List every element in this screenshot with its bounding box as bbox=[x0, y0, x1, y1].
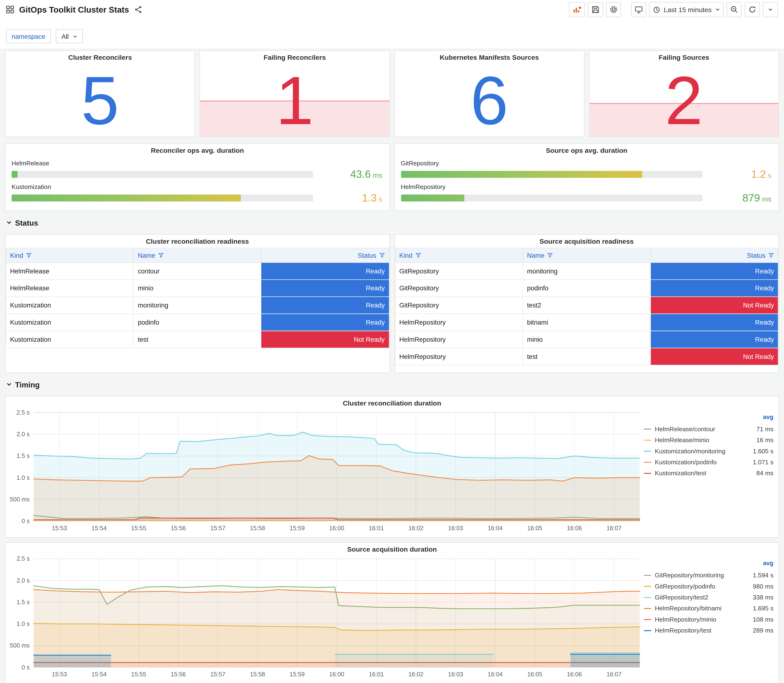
panel-title[interactable]: Failing Reconcilers bbox=[200, 51, 389, 64]
cell-status: Ready bbox=[651, 280, 778, 297]
svg-text:1.5 s: 1.5 s bbox=[17, 452, 30, 459]
svg-text:16:03: 16:03 bbox=[448, 525, 463, 531]
legend-item[interactable]: HelmRepository/bitnami1.695 s bbox=[644, 603, 774, 614]
status-badge: Ready bbox=[651, 280, 778, 297]
add-panel-button[interactable] bbox=[569, 2, 585, 17]
zoom-out-button[interactable] bbox=[727, 2, 742, 17]
panel-title[interactable]: Kubernetes Manifests Sources bbox=[395, 51, 584, 64]
table-row: GitRepositorypodinfoReady bbox=[395, 280, 778, 297]
panel-title[interactable]: Source acquisition duration bbox=[5, 543, 778, 556]
gauge-row: 1.2s bbox=[401, 168, 772, 180]
svg-text:16:02: 16:02 bbox=[409, 525, 423, 531]
legend-series-avg: 338 ms bbox=[753, 594, 774, 601]
panel-title[interactable]: Reconciler ops avg. duration bbox=[12, 144, 383, 157]
column-header-status[interactable]: Status bbox=[651, 248, 778, 263]
legend-item[interactable]: HelmRelease/minio16 ms bbox=[644, 434, 774, 446]
readiness-table: KindNameStatusHelmReleasecontourReadyHel… bbox=[5, 248, 389, 348]
legend-series-avg: 84 ms bbox=[757, 470, 774, 477]
apps-icon[interactable] bbox=[6, 5, 14, 14]
share-icon[interactable] bbox=[134, 5, 142, 14]
column-header-kind[interactable]: Kind bbox=[395, 248, 523, 263]
status-badge: Ready bbox=[261, 263, 389, 279]
column-header-status[interactable]: Status bbox=[261, 248, 389, 263]
svg-text:15:54: 15:54 bbox=[91, 671, 106, 678]
svg-text:16:06: 16:06 bbox=[567, 671, 582, 678]
refresh-interval-button[interactable] bbox=[763, 2, 778, 17]
stat-panel: Kubernetes Manifests Sources6 bbox=[394, 50, 584, 137]
legend-item[interactable]: HelmRepository/minio108 ms bbox=[644, 614, 774, 625]
svg-text:500 ms: 500 ms bbox=[10, 642, 30, 649]
chart-legend: avgHelmRelease/contour71 msHelmRelease/m… bbox=[644, 410, 779, 537]
table-row: GitRepositorytest2Not Ready bbox=[395, 297, 778, 314]
cycle-view-mode-button[interactable] bbox=[631, 2, 646, 17]
gauge-unit: s bbox=[768, 172, 771, 180]
panel-title[interactable]: Cluster reconciliation duration bbox=[5, 396, 778, 410]
legend-item[interactable]: Kustomization/podinfo1.071 s bbox=[644, 457, 774, 468]
chart-legend: avgGitRepository/monitoring1.594 sGitRep… bbox=[644, 556, 779, 683]
series-color-swatch bbox=[644, 586, 651, 587]
dashboard-title: GitOps Toolkit Cluster Stats bbox=[19, 5, 129, 14]
legend-avg-header[interactable]: avg bbox=[644, 414, 774, 423]
variable-value-dropdown[interactable]: All bbox=[56, 29, 83, 43]
legend-avg-header[interactable]: avg bbox=[644, 560, 774, 570]
cell-status: Ready bbox=[651, 331, 778, 348]
table-row: HelmReleaseminioReady bbox=[6, 280, 389, 297]
svg-text:16:02: 16:02 bbox=[409, 671, 423, 678]
filter-icon[interactable] bbox=[379, 253, 385, 258]
table-row: KustomizationmonitoringReady bbox=[6, 297, 389, 314]
panel-title[interactable]: Source acquisition readiness bbox=[395, 235, 779, 248]
gauge-fill bbox=[12, 194, 241, 202]
panel-title[interactable]: Cluster Reconcilers bbox=[5, 51, 194, 64]
legend-series-avg: 1.605 s bbox=[753, 447, 774, 455]
legend-series-name: Kustomization/monitoring bbox=[655, 447, 753, 455]
svg-text:500 ms: 500 ms bbox=[10, 496, 30, 503]
cell-kind: HelmRepository bbox=[395, 348, 523, 365]
svg-text:0 s: 0 s bbox=[22, 664, 30, 671]
filter-icon[interactable] bbox=[158, 253, 164, 258]
legend-series-name: HelmRelease/contour bbox=[655, 425, 756, 433]
cell-status: Not Ready bbox=[651, 297, 778, 314]
legend-item[interactable]: Kustomization/monitoring1.605 s bbox=[644, 446, 774, 457]
filter-icon[interactable] bbox=[547, 253, 553, 258]
column-header-name[interactable]: Name bbox=[133, 248, 261, 263]
gauge-track bbox=[401, 171, 702, 178]
chart-plot-area[interactable]: 0 s500 ms1.0 s1.5 s2.0 s2.5 s15:5315:541… bbox=[5, 556, 644, 683]
legend-series-name: HelmRepository/bitnami bbox=[655, 605, 753, 612]
legend-item[interactable]: HelmRepository/test289 ms bbox=[644, 625, 774, 636]
filter-icon[interactable] bbox=[26, 253, 32, 258]
column-header-kind[interactable]: Kind bbox=[6, 248, 133, 263]
panel-title[interactable]: Failing Sources bbox=[589, 51, 778, 64]
cell-kind: GitRepository bbox=[395, 263, 523, 280]
legend-item[interactable]: HelmRelease/contour71 ms bbox=[644, 423, 774, 434]
cell-kind: Kustomization bbox=[6, 314, 133, 331]
refresh-button[interactable] bbox=[745, 2, 760, 17]
svg-text:15:58: 15:58 bbox=[250, 671, 265, 678]
gauge-row: 43.6ms bbox=[12, 168, 383, 180]
cell-name: minio bbox=[133, 280, 261, 297]
section-row-timing[interactable]: Timing bbox=[6, 379, 778, 390]
chart-plot-area[interactable]: 0 s500 ms1.0 s1.5 s2.0 s2.5 s15:5315:541… bbox=[5, 410, 644, 537]
legend-item[interactable]: Kustomization/test84 ms bbox=[644, 468, 774, 479]
time-picker-button[interactable]: Last 15 minutes bbox=[649, 2, 723, 17]
legend-item[interactable]: GitRepository/podinfo980 ms bbox=[644, 581, 774, 592]
svg-text:2.5 s: 2.5 s bbox=[17, 556, 30, 562]
column-header-name[interactable]: Name bbox=[523, 248, 651, 263]
filter-icon bbox=[768, 253, 774, 258]
section-row-status[interactable]: Status bbox=[6, 217, 778, 228]
legend-item[interactable]: GitRepository/monitoring1.594 s bbox=[644, 570, 774, 581]
legend-series-avg: 1.071 s bbox=[753, 459, 774, 466]
legend-series-avg: 16 ms bbox=[757, 437, 774, 444]
cell-status: Ready bbox=[261, 314, 389, 331]
panel-title[interactable]: Source ops avg. duration bbox=[401, 144, 772, 157]
dashboard-settings-button[interactable] bbox=[606, 2, 621, 17]
cell-name: monitoring bbox=[523, 263, 651, 280]
panel-title[interactable]: Cluster reconciliation readiness bbox=[5, 235, 389, 248]
filter-icon[interactable] bbox=[768, 253, 774, 258]
legend-item[interactable]: GitRepository/test2338 ms bbox=[644, 592, 774, 603]
filter-icon[interactable] bbox=[415, 253, 421, 258]
legend-series-name: HelmRepository/minio bbox=[655, 616, 753, 623]
cell-name: bitnami bbox=[523, 314, 651, 331]
save-dashboard-button[interactable] bbox=[588, 2, 603, 17]
cell-kind: Kustomization bbox=[6, 331, 133, 348]
legend-series-avg: 71 ms bbox=[757, 425, 774, 433]
